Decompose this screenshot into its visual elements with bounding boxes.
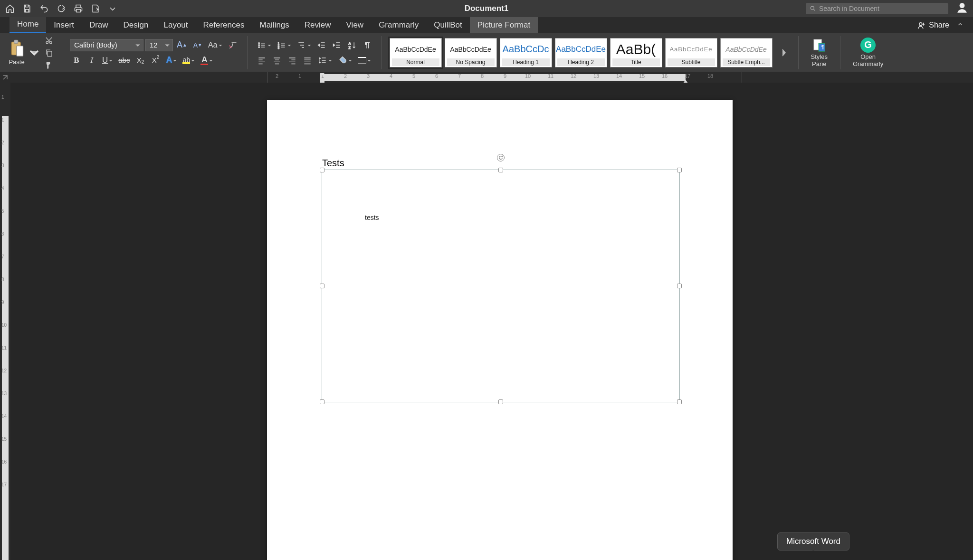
style-tile-nospacing[interactable]: AaBbCcDdEeNo Spacing <box>445 38 497 67</box>
tab-references[interactable]: References <box>196 17 252 33</box>
font-name-select[interactable]: Calibri (Body) <box>70 39 143 51</box>
tab-review[interactable]: Review <box>297 17 339 33</box>
print-icon[interactable] <box>73 3 84 14</box>
align-center-button[interactable] <box>270 54 284 67</box>
document-area: 11234567891011121314151617 Tests tests M <box>0 83 973 560</box>
styles-pane-button[interactable]: ¶ Styles Pane <box>806 38 832 68</box>
tab-design[interactable]: Design <box>116 17 156 33</box>
show-marks-button[interactable] <box>361 38 374 52</box>
home-icon[interactable] <box>5 3 15 14</box>
subscript-button[interactable]: X2 <box>134 54 147 67</box>
resize-handle-bl[interactable] <box>320 399 324 404</box>
redo-icon[interactable] <box>56 3 67 14</box>
right-indent-icon[interactable] <box>683 77 688 83</box>
account-icon[interactable] <box>956 1 968 16</box>
document-canvas[interactable]: Tests tests Microsoft Word <box>10 83 973 560</box>
paste-button[interactable]: Paste <box>9 39 25 66</box>
align-right-button[interactable] <box>286 54 299 67</box>
tab-view[interactable]: View <box>339 17 372 33</box>
svg-point-10 <box>258 44 259 46</box>
decrease-indent-button[interactable] <box>315 38 328 52</box>
style-tile-heading2[interactable]: AaBbCcDdEeHeading 2 <box>555 38 607 67</box>
edit-doc-icon[interactable] <box>90 3 101 14</box>
clear-formatting-button[interactable] <box>226 38 239 52</box>
multilevel-list-button[interactable] <box>295 38 313 52</box>
cut-icon[interactable] <box>44 36 54 45</box>
strikethrough-button[interactable]: abc <box>116 54 132 67</box>
italic-button[interactable]: I <box>85 54 98 67</box>
share-button[interactable]: Share <box>914 19 953 31</box>
style-tile-heading1[interactable]: AaBbCcDcHeading 1 <box>500 38 552 67</box>
svg-point-1 <box>960 3 965 8</box>
format-painter-icon[interactable] <box>44 60 54 70</box>
horizontal-ruler[interactable]: 21123456789101112131415161718 <box>267 72 742 83</box>
numbering-button[interactable]: 123 <box>275 38 293 52</box>
resize-handle-b[interactable] <box>498 399 503 404</box>
grow-font-button[interactable]: A▲ <box>175 38 189 52</box>
shading-button[interactable] <box>336 54 354 67</box>
tab-quillbot[interactable]: QuillBot <box>426 17 470 33</box>
resize-handle-tl[interactable] <box>320 168 324 172</box>
search-input[interactable]: Search in Document <box>806 3 948 14</box>
tab-layout[interactable]: Layout <box>156 17 195 33</box>
style-tile-subtle[interactable]: AaBbCcDdEeSubtle Emph... <box>720 38 773 67</box>
svg-point-2 <box>919 22 922 25</box>
font-group: Calibri (Body) 12 A▲ A▼ Aa B I U abc X2 … <box>70 38 239 67</box>
page: Tests tests <box>267 100 733 560</box>
style-tile-subtitle[interactable]: AaBbCcDdEeSubtitle <box>665 38 717 67</box>
paste-dropdown[interactable] <box>28 46 41 59</box>
ribbon: Paste Calibri (Body) 12 A▲ A▼ Aa B I U a… <box>0 33 973 72</box>
align-left-button[interactable] <box>255 54 268 67</box>
increase-indent-button[interactable] <box>330 38 343 52</box>
style-tile-normal[interactable]: AaBbCcDdEeNormal <box>390 38 442 67</box>
text-effects-button[interactable]: A <box>164 54 179 67</box>
underline-button[interactable]: U <box>100 54 114 67</box>
dock-tooltip: Microsoft Word <box>777 532 849 551</box>
bold-button[interactable]: B <box>70 54 83 67</box>
tab-mailings[interactable]: Mailings <box>252 17 296 33</box>
font-size-select[interactable]: 12 <box>145 39 173 51</box>
resize-handle-tr[interactable] <box>677 168 682 172</box>
paragraph-group: 123 AZ <box>255 38 374 67</box>
ruler-corner[interactable] <box>0 72 10 83</box>
sort-button[interactable]: AZ <box>345 38 359 52</box>
undo-icon[interactable] <box>39 3 49 14</box>
svg-point-0 <box>811 6 814 9</box>
svg-rect-8 <box>48 51 52 57</box>
shrink-font-button[interactable]: A▼ <box>191 38 204 52</box>
svg-text:¶: ¶ <box>821 45 824 50</box>
open-grammarly-button[interactable]: G Open Grammarly <box>848 38 888 68</box>
document-text-line1[interactable]: Tests <box>322 158 344 169</box>
resize-handle-t[interactable] <box>498 168 503 172</box>
save-icon[interactable] <box>22 3 32 14</box>
resize-handle-r[interactable] <box>677 284 682 288</box>
indent-marker-icon[interactable] <box>319 72 325 83</box>
justify-button[interactable] <box>301 54 314 67</box>
svg-text:Z: Z <box>348 45 351 49</box>
tab-grammarly[interactable]: Grammarly <box>371 17 426 33</box>
superscript-button[interactable]: X2 <box>149 54 162 67</box>
collapse-ribbon-icon[interactable] <box>957 21 963 29</box>
resize-handle-br[interactable] <box>677 399 682 404</box>
styles-gallery-more[interactable] <box>777 46 791 59</box>
resize-handle-l[interactable] <box>320 284 324 288</box>
ruler-row: 21123456789101112131415161718 <box>0 72 973 83</box>
change-case-button[interactable]: Aa <box>206 38 224 52</box>
line-spacing-button[interactable] <box>316 54 334 67</box>
tab-home[interactable]: Home <box>10 17 46 33</box>
svg-point-9 <box>258 42 259 44</box>
picture-inner-text: tests <box>365 214 379 221</box>
borders-button[interactable] <box>356 54 373 67</box>
font-color-button[interactable]: A <box>199 54 215 67</box>
tab-picture-format[interactable]: Picture Format <box>470 17 538 33</box>
style-tile-title[interactable]: AaBb(Title <box>610 38 662 67</box>
bullets-button[interactable] <box>255 38 273 52</box>
document-title: Document1 <box>465 4 509 13</box>
toolbar-overflow-icon[interactable] <box>107 3 118 14</box>
vertical-ruler[interactable]: 11234567891011121314151617 <box>0 83 10 560</box>
tab-insert[interactable]: Insert <box>46 17 82 33</box>
tab-draw[interactable]: Draw <box>82 17 116 33</box>
selected-picture-frame[interactable]: tests <box>322 170 680 402</box>
copy-icon[interactable] <box>44 48 54 57</box>
highlight-button[interactable]: ab <box>181 54 197 67</box>
